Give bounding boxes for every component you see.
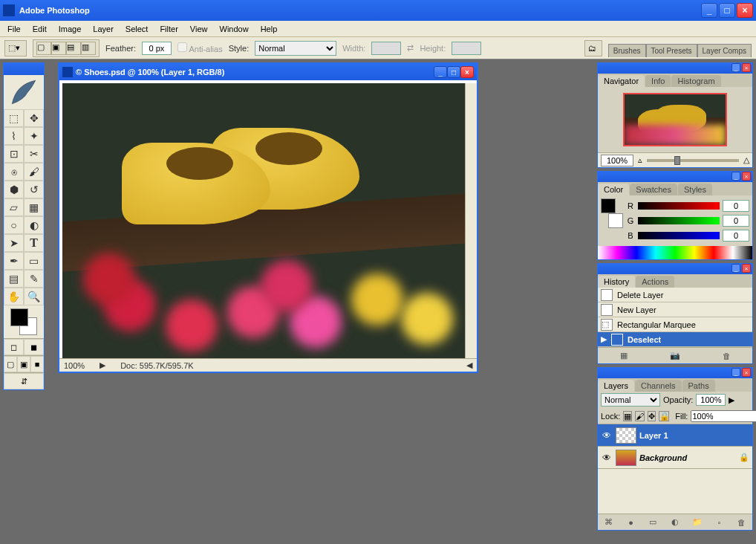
lock-position-icon[interactable]: ✥	[648, 411, 656, 421]
path-select-tool[interactable]: ➤	[4, 234, 24, 252]
color-spectrum[interactable]	[598, 246, 752, 259]
dock-tab-layer-comps[interactable]: Layer Comps	[697, 44, 752, 57]
menu-edit[interactable]: Edit	[28, 23, 51, 35]
foreground-color-swatch[interactable]	[10, 308, 28, 326]
delete-layer-icon[interactable]: 🗑	[734, 516, 748, 529]
r-slider[interactable]	[638, 202, 720, 210]
layer-name[interactable]: Layer 1	[639, 431, 749, 440]
type-tool[interactable]: T	[24, 234, 44, 252]
selection-new-icon[interactable]: ▢	[36, 42, 51, 55]
palette-well-icon[interactable]: 🗂	[584, 40, 602, 56]
document-canvas[interactable]	[62, 83, 475, 358]
tab-history[interactable]: History	[598, 276, 635, 288]
hand-tool[interactable]: ✋	[4, 288, 24, 305]
visibility-icon[interactable]: 👁	[601, 452, 613, 464]
standard-mode-button[interactable]: ◻	[4, 339, 24, 355]
magic-wand-tool[interactable]: ✦	[24, 127, 44, 145]
color-swatches[interactable]	[10, 308, 37, 335]
minimize-button[interactable]: _	[701, 3, 717, 18]
b-slider[interactable]	[638, 232, 720, 239]
document-titlebar[interactable]: © Shoes.psd @ 100% (Layer 1, RGB/8) _ □ …	[59, 64, 477, 80]
g-input[interactable]	[723, 215, 749, 227]
tab-swatches[interactable]: Swatches	[630, 184, 677, 195]
shape-tool[interactable]: ▭	[24, 252, 44, 270]
screen-mode-full[interactable]: ■	[30, 356, 44, 372]
layer-style-icon[interactable]: ●	[625, 516, 638, 529]
toolbox-titlebar[interactable]	[4, 63, 44, 75]
visibility-icon[interactable]: 👁	[601, 430, 613, 441]
quickmask-mode-button[interactable]: ◼	[24, 339, 44, 355]
menu-select[interactable]: Select	[121, 23, 153, 35]
color-bg-swatch[interactable]	[608, 213, 623, 228]
marquee-tool-preset[interactable]: ⬚▾	[4, 40, 27, 56]
history-close-icon[interactable]: ×	[742, 264, 751, 273]
menu-help[interactable]: Help	[256, 23, 282, 35]
document-status-menu-icon[interactable]: ▶	[100, 360, 105, 370]
layers-minimize-icon[interactable]: _	[731, 368, 740, 377]
tab-layers[interactable]: Layers	[598, 380, 634, 392]
history-snapshot-icon[interactable]: 📷	[668, 349, 682, 363]
r-input[interactable]	[723, 200, 749, 212]
menu-image[interactable]: Image	[54, 23, 86, 35]
feather-input[interactable]	[142, 42, 172, 55]
document-scroll-left[interactable]: ◀	[466, 360, 472, 370]
selection-add-icon[interactable]: ▣	[51, 42, 66, 55]
crop-tool[interactable]: ⊡	[4, 145, 24, 163]
layer-row[interactable]: 👁 Layer 1	[598, 424, 752, 447]
healing-brush-tool[interactable]: ⍟	[4, 163, 24, 181]
brush-tool[interactable]: 🖌	[24, 163, 44, 181]
history-item[interactable]: Delete Layer	[598, 288, 752, 302]
navigator-thumbnail[interactable]	[623, 93, 727, 146]
layer-thumbnail[interactable]	[616, 427, 636, 444]
layers-close-icon[interactable]: ×	[742, 368, 751, 377]
zoom-tool[interactable]: 🔍	[24, 288, 44, 305]
tab-paths[interactable]: Paths	[682, 380, 715, 392]
navigator-close-icon[interactable]: ×	[742, 63, 751, 72]
menu-filter[interactable]: Filter	[155, 23, 182, 35]
layer-mask-icon[interactable]: ▭	[646, 516, 659, 529]
doc-minimize-button[interactable]: _	[434, 66, 447, 78]
marquee-tool[interactable]: ⬚	[4, 109, 24, 127]
lock-brush-icon[interactable]: 🖌	[635, 411, 645, 421]
opacity-input[interactable]	[696, 394, 726, 406]
tab-info[interactable]: Info	[645, 75, 671, 87]
menu-file[interactable]: File	[3, 23, 25, 35]
doc-maximize-button[interactable]: □	[447, 66, 460, 78]
gradient-tool[interactable]: ▦	[24, 198, 44, 216]
notes-tool[interactable]: ▤	[4, 270, 24, 288]
lock-all-icon[interactable]: 🔒	[659, 411, 669, 421]
history-minimize-icon[interactable]: _	[731, 264, 740, 273]
history-brush-tool[interactable]: ↺	[24, 181, 44, 198]
lock-transparency-icon[interactable]: ▦	[623, 411, 632, 421]
blur-tool[interactable]: ○	[4, 216, 24, 234]
navigator-zoom-in-icon[interactable]: △	[743, 155, 749, 165]
layer-name[interactable]: Background	[639, 453, 736, 462]
menu-window[interactable]: Window	[215, 23, 253, 35]
tab-histogram[interactable]: Histogram	[671, 75, 720, 87]
style-select[interactable]: Normal	[255, 41, 336, 56]
color-fg-swatch[interactable]	[601, 198, 616, 213]
history-item[interactable]: ▶Deselect	[598, 332, 752, 347]
layer-thumbnail[interactable]	[616, 450, 636, 466]
doc-close-button[interactable]: ×	[460, 66, 474, 78]
tab-channels[interactable]: Channels	[635, 380, 681, 392]
navigator-zoom-out-icon[interactable]: ▵	[638, 155, 642, 165]
stamp-tool[interactable]: ⬢	[4, 181, 24, 198]
tab-styles[interactable]: Styles	[678, 184, 712, 195]
lasso-tool[interactable]: ⌇	[4, 127, 24, 145]
maximize-button[interactable]: □	[719, 3, 735, 18]
dodge-tool[interactable]: ◐	[24, 216, 44, 234]
b-input[interactable]	[723, 230, 749, 242]
document-scrollbar-vertical[interactable]	[465, 83, 477, 358]
layer-group-icon[interactable]: 📁	[691, 516, 704, 529]
menu-layer[interactable]: Layer	[88, 23, 118, 35]
tab-navigator[interactable]: Navigator	[598, 75, 645, 87]
eraser-tool[interactable]: ▱	[4, 198, 24, 216]
jump-to-imageready-button[interactable]: ⇵	[4, 373, 44, 389]
navigator-zoom-input[interactable]	[601, 155, 633, 166]
color-minimize-icon[interactable]: _	[731, 172, 740, 181]
blend-mode-select[interactable]: Normal	[601, 393, 660, 407]
history-trash-icon[interactable]: 🗑	[720, 349, 733, 363]
history-new-doc-icon[interactable]: ▦	[617, 349, 630, 363]
selection-intersect-icon[interactable]: ▥	[81, 42, 96, 55]
